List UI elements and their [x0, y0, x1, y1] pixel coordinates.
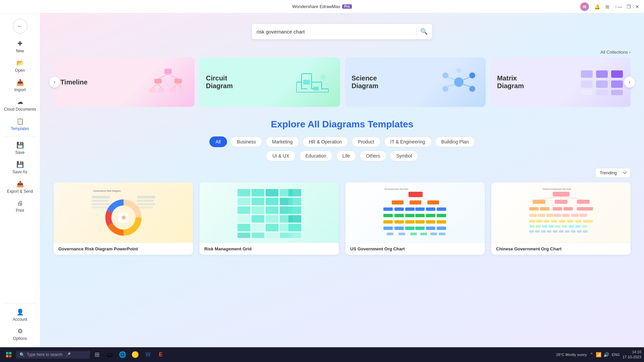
taskbar-datetime[interactable]: 14:10 17-10-2023	[623, 350, 641, 360]
template-card-us-gov[interactable]: US Government Org Chart	[345, 182, 485, 255]
svg-rect-86	[409, 192, 423, 197]
filter-btn-all[interactable]: All	[209, 136, 227, 147]
taskbar-up-arrow[interactable]: ⌃	[590, 352, 594, 357]
svg-rect-69	[288, 206, 301, 214]
svg-rect-92	[405, 207, 415, 211]
taskbar-edrawmax[interactable]: E	[155, 349, 166, 360]
svg-rect-74	[288, 215, 301, 223]
restore-button[interactable]: ❐	[626, 4, 631, 9]
sidebar-item-import[interactable]: 📥 Import	[2, 76, 38, 95]
svg-rect-136	[546, 214, 553, 217]
svg-rect-6	[178, 88, 184, 93]
svg-point-14	[321, 74, 326, 80]
template-card-teal[interactable]: teal grid	[200, 182, 339, 255]
svg-rect-115	[398, 233, 405, 235]
taskbar-taskview[interactable]: ⊞	[91, 349, 103, 360]
filter-btn-business[interactable]: Business	[230, 136, 262, 147]
sidebar-item-templates[interactable]: 📋 Templates	[2, 115, 38, 134]
svg-point-20	[442, 72, 448, 78]
svg-rect-172	[9, 352, 11, 354]
carousel-next-button[interactable]: ›	[624, 76, 635, 88]
template-card-governance[interactable]: Governance Risk Diagram ⊕	[54, 182, 193, 255]
taskbar-wifi[interactable]: 📶	[596, 352, 601, 357]
svg-line-122	[416, 197, 433, 200]
open-icon: 📂	[16, 59, 24, 67]
carousel-img-science	[387, 67, 479, 97]
carousel-card-matrix[interactable]: Matrix Diagram	[490, 57, 631, 107]
sidebar-item-options[interactable]: ⚙ Options	[2, 325, 38, 344]
template-label-china-gov: Chinese Government Org Chart	[491, 243, 631, 255]
svg-rect-13	[303, 80, 310, 84]
taskbar-time-value: 14:10	[623, 350, 641, 355]
account-icon: 👤	[16, 308, 24, 316]
explore-title: Explore All Diagrams Templates	[54, 119, 631, 130]
svg-rect-15	[313, 86, 319, 90]
taskbar-start-button[interactable]	[3, 349, 15, 361]
filter-btn-symbol[interactable]: Symbol	[390, 150, 418, 161]
taskbar-volume[interactable]: 🔊	[603, 352, 609, 357]
filter-btn-life[interactable]: Life	[336, 150, 357, 161]
filter-btn-others[interactable]: Others	[360, 150, 386, 161]
search-input[interactable]	[257, 29, 413, 35]
share-icon[interactable]: ↑	[615, 4, 617, 9]
back-button[interactable]: ←	[13, 19, 28, 34]
svg-rect-101	[437, 214, 446, 217]
app-name: Wondershare EdrawMax	[292, 4, 340, 9]
carousel-label-timeline: Timeline	[60, 78, 88, 86]
svg-line-8	[168, 74, 178, 79]
minimize-button[interactable]: —	[617, 4, 623, 9]
filter-btn-building[interactable]: Building Plan	[435, 136, 475, 147]
sidebar-item-new[interactable]: ✚ New	[2, 37, 38, 56]
sidebar-item-save[interactable]: 💾 Save	[2, 139, 38, 158]
svg-text:Chinese Government Org Chart: Chinese Government Org Chart	[543, 188, 571, 190]
grid-icon[interactable]: ⊞	[605, 4, 609, 9]
svg-rect-124	[553, 192, 570, 196]
filter-btn-marketing[interactable]: Marketing	[266, 136, 299, 147]
carousel-img-timeline	[93, 67, 188, 97]
notification-icon[interactable]: 🔔	[594, 4, 600, 9]
carousel-card-circuit[interactable]: Circuit Diagram	[199, 57, 340, 107]
close-button[interactable]: ✕	[635, 4, 640, 9]
sidebar-item-saveas[interactable]: 💾 Save As	[2, 158, 38, 177]
sidebar-new-label: New	[16, 49, 24, 53]
svg-point-23	[469, 86, 475, 92]
carousel-card-science[interactable]: Science Diagram	[345, 57, 486, 107]
svg-rect-77	[266, 224, 278, 231]
taskbar-explorer[interactable]: 🗂	[104, 349, 115, 360]
svg-rect-33	[581, 80, 593, 88]
svg-rect-56	[252, 189, 264, 196]
svg-rect-97	[394, 214, 404, 217]
svg-rect-91	[394, 207, 404, 211]
filter-btn-product[interactable]: Product	[352, 136, 380, 147]
taskbar-word[interactable]: W	[142, 349, 154, 360]
carousel-card-timeline[interactable]: Timeline	[54, 57, 195, 107]
cloud-icon: ☁	[17, 98, 23, 106]
carousel-prev-button[interactable]: ‹	[49, 76, 60, 88]
search-button[interactable]: 🔍	[420, 28, 428, 35]
avatar[interactable]: W	[580, 2, 589, 11]
taskbar-chrome[interactable]: 🟡	[129, 349, 141, 360]
svg-rect-131	[564, 207, 573, 210]
svg-rect-144	[551, 220, 557, 223]
main-content: 🔍 All Collections › ‹ Timeline	[40, 13, 644, 347]
template-card-china-gov[interactable]: Chinese Government Org Chart	[491, 182, 631, 255]
filter-btn-ui[interactable]: UI & UX	[266, 150, 296, 161]
svg-rect-129	[540, 207, 549, 210]
sidebar-divider2	[3, 303, 37, 304]
sidebar-item-account[interactable]: 👤 Account	[2, 306, 38, 324]
taskbar-edge[interactable]: 🌐	[117, 349, 128, 360]
filter-btn-it[interactable]: IT & Engineering	[384, 136, 432, 147]
all-collections-chevron: ›	[629, 50, 631, 55]
carousel-label-circuit: Circuit Diagram	[206, 74, 236, 90]
filter-btn-hr[interactable]: HR & Operation	[303, 136, 348, 147]
all-collections-link[interactable]: All Collections ›	[600, 50, 631, 55]
svg-rect-66	[252, 206, 264, 214]
sidebar-item-export[interactable]: 📤 Export & Send	[2, 178, 38, 196]
sidebar-item-cloud[interactable]: ☁ Cloud Documents	[2, 96, 38, 114]
sidebar-item-print[interactable]: 🖨 Print	[2, 197, 38, 216]
sort-select[interactable]: Trending Newest Most Used	[595, 168, 631, 178]
filter-btn-education[interactable]: Education	[299, 150, 333, 161]
svg-rect-142	[536, 220, 542, 223]
taskbar-search-box[interactable]: 🔍 Type here to search 🎤	[16, 351, 90, 359]
sidebar-item-open[interactable]: 📂 Open	[2, 57, 38, 75]
